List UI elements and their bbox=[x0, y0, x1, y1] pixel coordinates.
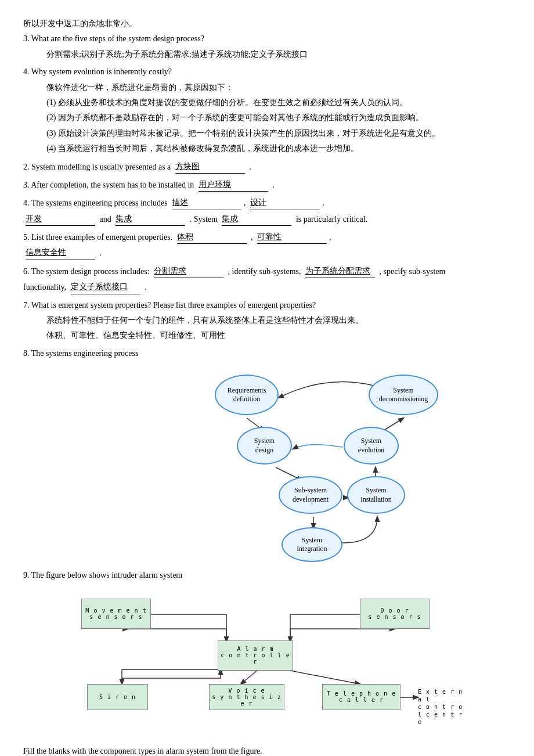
blank2-post: . bbox=[249, 163, 251, 171]
question-9: 9. The figure below shows intruder alarm… bbox=[23, 569, 511, 756]
blank4-num: 4. bbox=[23, 199, 31, 207]
blank4-fill5: 集成 bbox=[222, 213, 291, 226]
svg-line-17 bbox=[284, 669, 360, 684]
question-7: 7. What is emergent system properties? P… bbox=[23, 299, 511, 343]
node-evolution: Systemevolution bbox=[344, 427, 399, 465]
node-subsystem: Sub-systemdevelopment bbox=[279, 476, 342, 514]
blank6-post: . bbox=[145, 283, 147, 291]
fill-blanks-title: Fill the blanks with the component types… bbox=[23, 745, 511, 756]
blank5-fill2: 可靠性 bbox=[257, 231, 327, 244]
blank5-num: 5. bbox=[23, 233, 31, 242]
blank6-mid1: , identify sub-systems, bbox=[228, 267, 301, 276]
blank2-pre: System modelling is usually presented as… bbox=[31, 163, 171, 171]
box-voice: V o i c es y n t h e s i z e r bbox=[209, 684, 284, 710]
node-installation: Systeminstallation bbox=[347, 476, 405, 514]
box-door: D o o rs e n s o r s bbox=[360, 599, 430, 629]
blank4-mid2: , bbox=[322, 199, 324, 207]
q9-text: The figure below shows intruder alarm sy… bbox=[31, 571, 183, 579]
blank-4: 4. The systems engineering process inclu… bbox=[23, 196, 511, 226]
box-movement: M o v e m e n t s e n s o r s bbox=[81, 599, 151, 629]
box-siren: S i r e n bbox=[87, 684, 148, 710]
blank-3: 3. After completion, the system has to b… bbox=[23, 178, 511, 192]
question-8: 8. The systems engineering process bbox=[23, 347, 511, 557]
q7-answer2: 体积、可靠性、信息安全特性、可维修性、可用性 bbox=[46, 329, 511, 342]
blank4-fill2: 设计 bbox=[250, 196, 320, 210]
blank5-post: . bbox=[100, 249, 102, 257]
blank2-num: 2. bbox=[23, 163, 31, 171]
node-decommissioning: Systemdecommissioning bbox=[369, 375, 438, 415]
blank6-mid2: , specify sub-system bbox=[380, 267, 446, 276]
intro-line: 所以开发中返工的余地非常小。 bbox=[23, 17, 511, 30]
question-4: 4. Why system evolution is inherently co… bbox=[23, 66, 511, 155]
blank4-fill1: 描述 bbox=[172, 196, 241, 210]
q4-intro: 像软件进化一样，系统进化是昂贵的，其原因如下： bbox=[46, 81, 511, 94]
blank4-post2: is particularly critical. bbox=[296, 215, 367, 224]
alarm-diagram-container: M o v e m e n t s e n s o r s D o o rs e… bbox=[23, 588, 511, 733]
q7-answer1: 系统特性不能归于任何一个专门的组件，只有从系统整体上看是这些特性才会浮现出来。 bbox=[46, 314, 511, 327]
q3-answer: 分割需求;识别子系统;为子系统分配需求;描述子系统功能;定义子系统接口 bbox=[46, 48, 511, 61]
question-3: 3. What are the five steps of the system… bbox=[23, 33, 511, 61]
systems-diagram: Requirementsdefinition Systemdesign Sub-… bbox=[23, 366, 511, 557]
blank3-num: 3. bbox=[23, 181, 31, 189]
blank4-pre: The systems engineering process includes bbox=[31, 199, 168, 207]
blank5-fill1: 体积 bbox=[177, 231, 247, 244]
q4-item2: (2) 因为子系统都不是鼓励存在的，对一个子系统的变更可能会对其他子系统的性能或… bbox=[46, 111, 511, 124]
svg-line-16 bbox=[241, 669, 258, 684]
blank5-comma2: , bbox=[329, 233, 331, 242]
box-alarm: A l a r mc o n t r o l l e r bbox=[218, 640, 293, 671]
node-integration: Systemintegration bbox=[282, 527, 342, 562]
diagram-inner: Requirementsdefinition Systemdesign Sub-… bbox=[116, 366, 418, 557]
blank4-and: and bbox=[100, 215, 114, 224]
q8-text: The systems engineering process bbox=[31, 349, 139, 358]
q4-item1: (1) 必须从业务和技术的角度对提议的变更做仔细的分析。在变更生效之前必须经过有… bbox=[46, 96, 511, 109]
box-external: E x t e r n a lc o n t r o l c e n t r e bbox=[418, 688, 470, 726]
q4-item3: (3) 原始设计决策的理由时常未被记录。把一个特别的设计决策产生的原因找出来，对… bbox=[46, 127, 511, 140]
alarm-diagram: M o v e m e n t s e n s o r s D o o rs e… bbox=[64, 594, 470, 728]
blank3-fill: 用户环境 bbox=[199, 178, 268, 192]
blank3-pre: After completion, the system has to be i… bbox=[31, 181, 194, 189]
blank6-pre: The system design process includes: bbox=[31, 267, 150, 276]
blank3-post: . bbox=[272, 181, 275, 189]
q4-text: Why system evolution is inherently costl… bbox=[31, 67, 172, 76]
blank5-pre: List three examples of emergent properti… bbox=[31, 233, 172, 242]
box-telephone: T e l e p h o n ec a l l e r bbox=[322, 684, 400, 710]
blank6-num: 6. bbox=[23, 267, 31, 276]
blank4-post1: . System bbox=[190, 215, 220, 224]
blank2-fill: 方块图 bbox=[175, 160, 245, 174]
fill-blanks-section: Fill the blanks with the component types… bbox=[23, 745, 511, 756]
q8-num: 8. bbox=[23, 349, 31, 358]
blank6-fill2: 为子系统分配需求 bbox=[305, 265, 375, 278]
node-requirements: Requirementsdefinition bbox=[215, 375, 279, 415]
q7-num: 7. bbox=[23, 301, 31, 309]
node-design: Systemdesign bbox=[237, 427, 292, 465]
blank-2: 2. System modelling is usually presented… bbox=[23, 160, 511, 174]
blank-5: 5. List three examples of emergent prope… bbox=[23, 231, 511, 260]
blank6-func: functionality, bbox=[23, 283, 66, 291]
svg-line-5 bbox=[383, 418, 403, 431]
blank-6: 6. The system design process includes: 分… bbox=[23, 265, 511, 294]
blank5-fill3: 信息安全性 bbox=[26, 246, 95, 260]
q7-text: What is emergent system properties? Plea… bbox=[31, 301, 316, 309]
q9-num: 9. bbox=[23, 571, 31, 579]
blank6-fill1: 分割需求 bbox=[154, 265, 223, 278]
blank4-mid1: , bbox=[244, 199, 246, 207]
blank4-fill3: 开发 bbox=[26, 213, 95, 226]
q3-text: What are the five steps of the system de… bbox=[31, 34, 204, 43]
q4-item4: (4) 当系统运行相当长时间后，其结构被修改得复杂凌乱，系统进化的成本进一步增加… bbox=[46, 142, 511, 155]
q4-num: 4. bbox=[23, 67, 31, 76]
blank6-fill3: 定义子系统接口 bbox=[71, 280, 140, 294]
q3-num: 3. bbox=[23, 34, 31, 43]
blank4-fill4: 集成 bbox=[116, 213, 185, 226]
blank5-comma1: , bbox=[251, 233, 253, 242]
